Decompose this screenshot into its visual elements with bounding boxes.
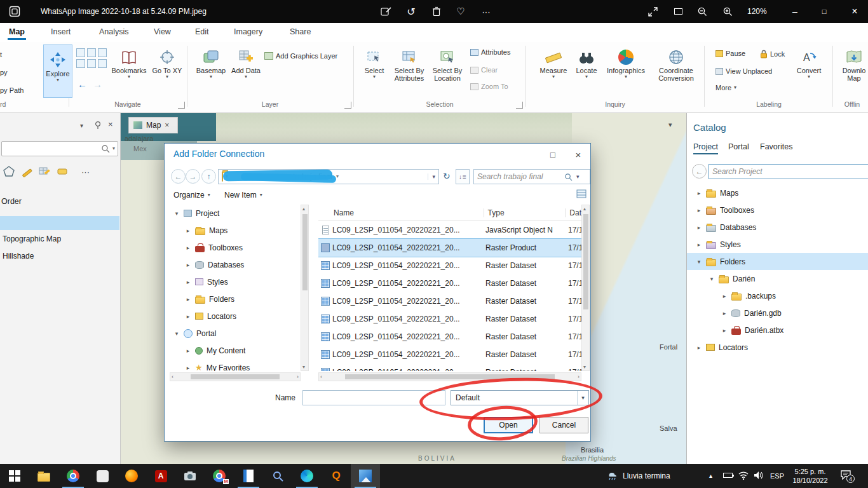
pane-options-icon[interactable]: ▾	[80, 122, 83, 129]
file-row[interactable]: LC09_L2SP_011054_20220221_20... Raster D…	[318, 310, 581, 328]
contents-search-box[interactable]: ▾	[1, 141, 118, 156]
zoom-full-icon[interactable]	[76, 48, 85, 57]
weather-widget[interactable]: Lluvia termina	[607, 464, 670, 488]
chrome-icon[interactable]	[58, 464, 88, 488]
column-type[interactable]: Type	[484, 208, 566, 217]
firefox-icon[interactable]	[117, 464, 146, 488]
search-app-icon[interactable]	[263, 464, 292, 488]
file-row[interactable]: LC09_L2SP_011054_20220221_20... Raster D…	[318, 346, 581, 363]
map-view-tab[interactable]: Map ×	[128, 117, 178, 133]
search-options-icon[interactable]: ▾	[576, 173, 580, 180]
gallery-icon[interactable]	[5, 2, 24, 21]
fullscreen-icon[interactable]	[643, 2, 662, 21]
volume-icon[interactable]	[754, 471, 764, 480]
battery-icon[interactable]	[723, 473, 733, 478]
minimize-button[interactable]: –	[785, 2, 804, 21]
select-button[interactable]: Select ▾	[360, 47, 389, 79]
locate-button[interactable]: Locate ▾	[572, 47, 601, 79]
expand-icon[interactable]: ▾	[173, 210, 180, 217]
expand-icon[interactable]: ▸	[185, 245, 191, 251]
expand-icon[interactable]: ▸	[696, 241, 702, 248]
photos-app-icon[interactable]	[351, 464, 380, 488]
catalog-item-toolboxes[interactable]: ▸Toolboxes	[687, 201, 868, 219]
search-history-icon[interactable]: ▾	[112, 146, 115, 151]
expand-icon[interactable]: ▸	[185, 227, 191, 234]
tray-expand-icon[interactable]: ▴	[709, 472, 712, 479]
expand-icon[interactable]: ▸	[185, 365, 191, 371]
file-row[interactable]: LC09_L2SP_011054_20220221_20... Raster D…	[318, 292, 581, 310]
expand-icon[interactable]: ▸	[185, 348, 191, 354]
tree-item-locators[interactable]: ▸Locators	[170, 308, 301, 325]
menu-tab-edit[interactable]: Edit	[195, 27, 209, 36]
file-row[interactable]: LC09_L2SP_011054_20220221_20... Raster D…	[318, 274, 581, 292]
menu-tab-share[interactable]: Share	[290, 27, 311, 36]
catalog-item-folders[interactable]: ▾Folders	[687, 253, 868, 270]
scroll-left-icon[interactable]: ‹	[320, 374, 322, 380]
layer-item-topographic[interactable]: Topographic Map	[3, 234, 61, 243]
file-row[interactable]: LC09_L2SP_011054_20220221_20... Raster D…	[318, 328, 581, 346]
scroll-right-icon[interactable]: ›	[297, 374, 299, 380]
file-row-selected[interactable]: LC09_L2SP_011054_20220221_20... Raster P…	[318, 239, 581, 257]
attributes-button[interactable]: Attributes	[470, 48, 510, 56]
tree-item-toolboxes[interactable]: ▸Toolboxes	[170, 239, 301, 256]
navigate-dialog-launcher-icon[interactable]	[178, 102, 185, 109]
catalog-item-databases[interactable]: ▸Databases	[687, 219, 868, 236]
sort-button[interactable]: ↓≡	[456, 169, 470, 184]
new-item-menu[interactable]: New Item ▾	[224, 191, 262, 200]
menu-tab-map[interactable]: Map	[9, 27, 25, 36]
scroll-up-icon[interactable]: ▴	[583, 206, 586, 212]
basemap-button[interactable]: Basemap ▾	[193, 47, 229, 79]
tree-vertical-scrollbar[interactable]: ▴ ▾	[301, 205, 309, 371]
tree-item-portal[interactable]: ▾Portal	[170, 325, 301, 342]
search-icon[interactable]	[101, 144, 110, 153]
nav-up-button[interactable]: ↑	[201, 169, 216, 184]
zoom-level[interactable]: 120%	[747, 7, 767, 16]
dialog-search-box[interactable]: ▾	[473, 169, 590, 184]
download-map-button[interactable]: Downlo Map	[837, 47, 868, 82]
tree-item-my-content[interactable]: ▸My Content	[170, 342, 301, 359]
rotate-icon[interactable]: ↺	[402, 2, 421, 21]
clock[interactable]: 5:25 p. m. 18/10/2022	[789, 467, 831, 485]
select-tool-icon[interactable]	[3, 165, 15, 178]
dialog-search-input[interactable]	[474, 170, 563, 184]
expand-icon[interactable]: ▾	[696, 259, 702, 265]
cancel-button[interactable]: Cancel	[539, 417, 588, 433]
delete-icon[interactable]	[427, 2, 446, 21]
chevron-down-icon[interactable]: ▾	[336, 174, 339, 179]
more-labeling-button[interactable]: More ▾	[715, 84, 736, 92]
close-pane-icon[interactable]: ×	[108, 119, 113, 129]
nav-forward-button[interactable]: →	[186, 169, 200, 184]
scrollbar-thumb[interactable]	[302, 214, 308, 290]
zoom-selection-icon[interactable]	[76, 59, 85, 68]
scroll-up-icon[interactable]: ▴	[302, 206, 305, 212]
app-grid-icon[interactable]	[88, 464, 117, 488]
coordinate-conversion-button[interactable]: Coordinate Conversion	[652, 47, 700, 82]
tree-horizontal-scrollbar[interactable]: ‹ ›	[170, 372, 301, 381]
infographics-button[interactable]: Infographics ▾	[604, 47, 648, 79]
catalog-tab-project[interactable]: Project	[693, 142, 718, 151]
scroll-down-icon[interactable]: ▾	[302, 364, 305, 370]
menu-tab-insert[interactable]: Insert	[51, 27, 71, 36]
tree-item-folders[interactable]: ▸Folders	[170, 290, 301, 308]
organize-menu[interactable]: Organize ▾	[173, 191, 210, 200]
expand-icon[interactable]: ▸	[696, 344, 702, 351]
file-row[interactable]: LC09_L2SP_011054_20220221_20... JavaScri…	[318, 221, 581, 239]
selected-map-item[interactable]	[0, 216, 119, 230]
lock-labeling-button[interactable]: Lock	[760, 50, 785, 58]
notification-center-icon[interactable]: 4	[840, 470, 851, 480]
menu-tab-imagery[interactable]: Imagery	[234, 27, 262, 36]
dialog-maximize-button[interactable]: □	[545, 147, 561, 162]
layer-dialog-launcher-icon[interactable]	[344, 102, 351, 109]
column-date[interactable]: Dat	[566, 208, 581, 217]
selection-dialog-launcher-icon[interactable]	[516, 102, 523, 109]
catalog-item-darien-gdb[interactable]: ▸Darién.gdb	[687, 304, 868, 322]
close-button[interactable]: ×	[845, 2, 864, 21]
fit-to-window-icon[interactable]	[668, 2, 688, 21]
fixed-zoom-out-icon[interactable]	[98, 48, 107, 57]
clipboard-cut-item[interactable]: t	[0, 51, 2, 58]
edge-icon[interactable]	[292, 464, 322, 488]
catalog-item-backups[interactable]: ▸.backups	[687, 287, 868, 304]
attributes-tool-icon[interactable]	[38, 165, 51, 178]
scroll-down-icon[interactable]: ▾	[583, 364, 586, 370]
maximize-button[interactable]: □	[815, 2, 834, 21]
